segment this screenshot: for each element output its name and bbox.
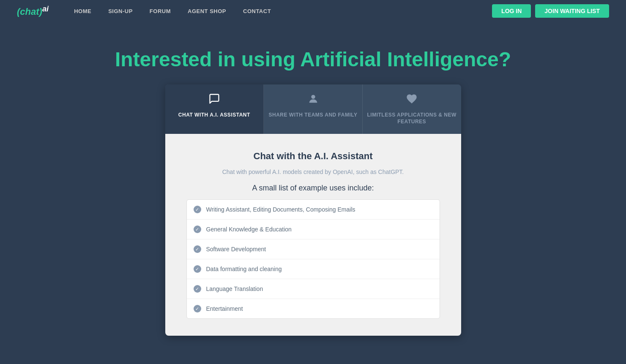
list-item: ✓ Language Translation xyxy=(187,279,440,299)
check-icon-6: ✓ xyxy=(194,305,201,312)
hero-section: Interested in using Artificial Intellige… xyxy=(0,22,626,353)
list-item: ✓ Data formatting and cleaning xyxy=(187,259,440,279)
hero-headline: Interested in using Artificial Intellige… xyxy=(8,47,618,72)
logo-suffix: ai xyxy=(42,4,49,13)
nav-forum[interactable]: FORUM xyxy=(150,8,171,14)
list-item: ✓ General Knowledge & Education xyxy=(187,220,440,239)
nav-buttons: LOG IN JOIN WAITING LIST xyxy=(492,4,609,18)
list-item-label-6: Entertainment xyxy=(206,305,243,312)
limitless-icon xyxy=(406,93,418,107)
login-button[interactable]: LOG IN xyxy=(492,4,531,18)
logo-text: (chat) xyxy=(17,7,42,17)
share-icon xyxy=(307,93,319,107)
headline-end: ? xyxy=(499,48,511,71)
headline-highlight: Artificial Intelligence xyxy=(300,48,498,71)
list-item-label-1: Writing Assistant, Editing Documents, Co… xyxy=(206,206,355,213)
join-waiting-list-button[interactable]: JOIN WAITING LIST xyxy=(535,4,609,18)
nav-contact[interactable]: CONTACT xyxy=(243,8,271,14)
svg-point-0 xyxy=(311,95,315,98)
check-icon-2: ✓ xyxy=(194,225,201,233)
tab-chat-label: Chat with A.I. Assistant xyxy=(178,111,250,119)
content-panel: Chat with the A.I. Assistant Chat with p… xyxy=(165,134,461,336)
tab-chat[interactable]: Chat with A.I. Assistant xyxy=(165,84,264,134)
headline-start: Interested in using xyxy=(115,48,300,71)
nav-links: HOME SIGN-UP FORUM AGENT SHOP CONTACT xyxy=(74,8,492,14)
check-icon-3: ✓ xyxy=(194,245,201,253)
chat-icon xyxy=(208,93,220,107)
check-icon-4: ✓ xyxy=(194,265,201,273)
list-item-label-5: Language Translation xyxy=(206,285,263,292)
tab-limitless-label: Limitless Applications & New Features xyxy=(367,111,457,126)
nav-home[interactable]: HOME xyxy=(74,8,91,14)
list-item: ✓ Software Development xyxy=(187,239,440,259)
tab-share[interactable]: Share with Teams and Family xyxy=(264,84,363,134)
list-item: ✓ Entertainment xyxy=(187,299,440,318)
tabs-row: Chat with A.I. Assistant Share with Team… xyxy=(165,84,461,134)
list-item-label-3: Software Development xyxy=(206,246,266,253)
feature-tabs-wrapper: Chat with A.I. Assistant Share with Team… xyxy=(165,84,461,336)
feature-list: ✓ Writing Assistant, Editing Documents, … xyxy=(186,199,440,319)
check-icon-5: ✓ xyxy=(194,285,201,293)
check-icon-1: ✓ xyxy=(194,206,201,213)
nav-signup[interactable]: SIGN-UP xyxy=(108,8,133,14)
logo[interactable]: (chat)ai xyxy=(17,4,49,17)
tab-share-label: Share with Teams and Family xyxy=(269,111,358,119)
list-item-label-4: Data formatting and cleaning xyxy=(206,266,282,272)
navbar: (chat)ai HOME SIGN-UP FORUM AGENT SHOP C… xyxy=(0,0,626,22)
tab-limitless[interactable]: Limitless Applications & New Features xyxy=(363,84,461,134)
panel-description: Chat with powerful A.I. models created b… xyxy=(186,168,440,175)
list-item: ✓ Writing Assistant, Editing Documents, … xyxy=(187,200,440,220)
panel-list-label: A small list of example uses include: xyxy=(186,184,440,193)
panel-title: Chat with the A.I. Assistant xyxy=(186,151,440,162)
list-item-label-2: General Knowledge & Education xyxy=(206,226,292,233)
nav-agent-shop[interactable]: AGENT SHOP xyxy=(188,8,226,14)
